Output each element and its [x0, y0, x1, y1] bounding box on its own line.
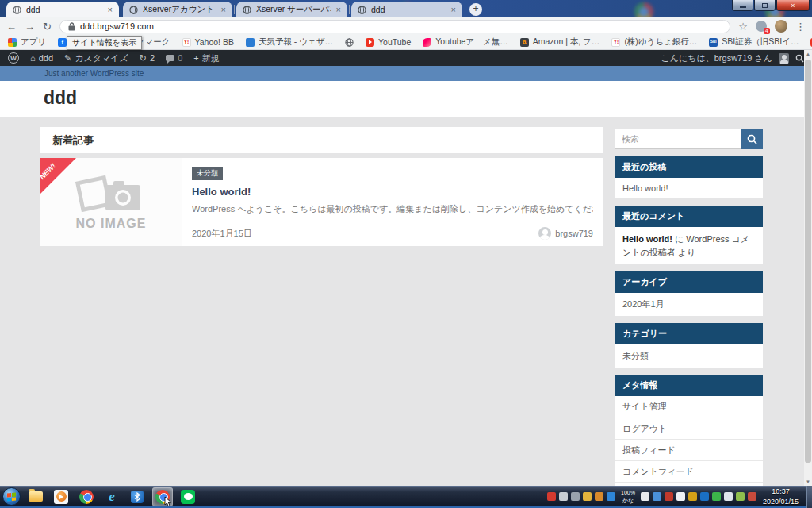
taskbar-chrome[interactable] — [76, 487, 97, 506]
tray-icon[interactable] — [712, 492, 721, 501]
bookmark-youtube[interactable]: YouTube — [366, 37, 411, 47]
address-bar[interactable]: ddd.brgsw719.com — [59, 20, 730, 33]
archive-link[interactable]: 2020年1月 — [615, 293, 763, 316]
bookmark-star-icon[interactable]: ☆ — [738, 21, 748, 32]
tray-icon[interactable] — [559, 492, 568, 501]
tab-title: Xserver サーバーパネル — [256, 4, 331, 15]
taskbar-chrome-active[interactable] — [152, 487, 173, 506]
plus-icon: + — [193, 53, 198, 63]
pencil-icon: ✎ — [64, 53, 71, 64]
tab-close-icon[interactable]: × — [451, 6, 456, 14]
update-icon: ↻ — [140, 53, 147, 64]
back-icon[interactable]: ← — [6, 21, 17, 32]
tab-close-icon[interactable]: × — [221, 6, 226, 14]
bookmark-youtube-anime[interactable]: Youtubeアニメ無… — [423, 37, 508, 48]
tab-close-icon[interactable]: × — [108, 6, 113, 14]
admin-bar-updates[interactable]: ↻2 — [140, 53, 155, 64]
tab-xserver-account[interactable]: Xserverアカウント × — [123, 2, 232, 17]
tray-icon[interactable] — [641, 492, 649, 501]
minimize-button[interactable] — [732, 0, 753, 11]
tray-icon[interactable] — [607, 492, 615, 501]
tray-icon[interactable] — [700, 492, 709, 501]
home-icon: ⌂ — [30, 53, 36, 63]
admin-bar-customize[interactable]: ✎カスタマイズ — [64, 52, 128, 64]
tray-icon[interactable] — [724, 492, 733, 501]
admin-bar-new[interactable]: +新規 — [193, 52, 219, 64]
meta-link-logout[interactable]: ログアウト — [615, 418, 763, 439]
bookmark-yahoo-bb[interactable]: Y!Yahoo! BB — [182, 37, 234, 47]
tray-icon[interactable] — [595, 492, 603, 501]
tray-icon[interactable] — [665, 492, 673, 501]
scrollbar-thumb[interactable] — [805, 60, 811, 463]
recent-comment-link[interactable]: Hello world! に WordPress コメントの投稿者 より — [615, 227, 763, 264]
meta-link-comments-feed[interactable]: コメントフィード — [615, 460, 763, 482]
taskbar-clock[interactable]: 10:372020/01/15 — [763, 487, 799, 506]
padlock-icon[interactable] — [68, 22, 75, 31]
tray-icon[interactable] — [676, 492, 685, 501]
taskbar-media-player[interactable] — [51, 487, 71, 506]
bookmark-sbi[interactable]: SBISBI証券（旧SBIイ… — [709, 37, 799, 48]
bookmark-globe[interactable] — [345, 38, 354, 47]
category-badge[interactable]: 未分類 — [192, 167, 223, 180]
admin-bar-site[interactable]: ⌂ddd — [30, 53, 53, 63]
youtube-icon — [366, 38, 374, 47]
tray-icon[interactable] — [583, 492, 592, 501]
forward-icon[interactable]: → — [25, 21, 35, 32]
tab-ddd-2[interactable]: ddd × — [351, 2, 462, 17]
ime-indicator[interactable]: 100%かな — [621, 489, 635, 503]
tab-xserver-panel[interactable]: Xserver サーバーパネル × — [236, 2, 347, 17]
profile-avatar[interactable] — [775, 20, 787, 33]
admin-bar-greeting[interactable]: こんにちは、brgsw719 さん — [661, 52, 772, 64]
admin-avatar[interactable] — [779, 53, 789, 64]
post-author[interactable]: brgsw719 — [538, 227, 593, 240]
maximize-button[interactable] — [754, 0, 776, 11]
chrome-menu-icon[interactable]: ⋮ — [795, 21, 806, 32]
admin-bar-comments[interactable]: 0 — [166, 53, 182, 63]
taskbar-internet-explorer[interactable]: e — [102, 487, 122, 506]
tray-icon[interactable] — [688, 492, 697, 501]
sidebar: 最近の投稿 Hello world! 最近のコメント Hello world! … — [615, 129, 763, 508]
extension-icon[interactable]: 4 — [756, 21, 767, 32]
post-title[interactable]: Hello world! — [192, 186, 593, 198]
show-desktop-button[interactable] — [806, 486, 812, 508]
category-link[interactable]: 未分類 — [615, 344, 763, 368]
tray-icon[interactable] — [736, 492, 745, 501]
bookmark-amazon[interactable]: aAmazon | 本, フ… — [520, 37, 600, 48]
search-input[interactable] — [615, 129, 741, 149]
taskbar-bluetooth[interactable] — [127, 487, 147, 506]
globe-favicon-icon — [358, 6, 366, 14]
tab-ddd-active[interactable]: ddd × — [6, 2, 119, 17]
recent-post-link[interactable]: Hello world! — [615, 178, 763, 198]
wordpress-logo-icon[interactable]: W — [8, 52, 19, 64]
start-button[interactable] — [2, 487, 21, 506]
widget-title: 最近のコメント — [615, 206, 763, 227]
scroll-up-icon[interactable]: ▲ — [804, 50, 812, 58]
post-card[interactable]: NO IMAGE NEW! 未分類 Hello world! WordPress… — [40, 158, 603, 246]
sbi-icon: SBI — [709, 38, 718, 47]
tray-icon[interactable] — [653, 492, 661, 501]
close-button[interactable]: × — [776, 0, 810, 11]
meta-link-posts-feed[interactable]: 投稿フィード — [615, 439, 763, 460]
search-button[interactable] — [741, 129, 763, 149]
bookmark-yucho[interactable]: Y!(株)ゆうちょ銀行… — [611, 37, 697, 48]
scroll-down-icon[interactable]: ▼ — [804, 478, 812, 486]
reload-icon[interactable]: ↻ — [43, 21, 52, 32]
tab-close-icon[interactable]: × — [336, 6, 341, 14]
site-title[interactable]: ddd — [44, 87, 77, 109]
tab-title: ddd — [26, 5, 103, 14]
tray-icon[interactable] — [571, 492, 580, 501]
site-info-tooltip: サイト情報を表示 — [67, 36, 142, 50]
taskbar-line[interactable] — [178, 487, 198, 506]
admin-search-icon[interactable] — [795, 54, 804, 63]
tray-icon[interactable] — [547, 492, 556, 501]
bookmark-apps[interactable]: アプリ — [8, 37, 46, 48]
bookmark-weather[interactable]: 天気予報 - ウェザ… — [246, 37, 333, 48]
taskbar-explorer[interactable] — [25, 487, 46, 506]
facebook-icon: f — [58, 38, 67, 47]
tray-icon[interactable] — [748, 492, 756, 501]
wp-admin-bar: W ⌂ddd ✎カスタマイズ ↻2 0 +新規 こんにちは、brgsw719 さ… — [0, 50, 812, 66]
new-tab-button[interactable]: + — [469, 3, 482, 16]
meta-link-site-admin[interactable]: サイト管理 — [615, 396, 763, 418]
page-scrollbar[interactable]: ▲ ▼ — [804, 50, 812, 486]
widget-title: カテゴリー — [615, 323, 763, 344]
